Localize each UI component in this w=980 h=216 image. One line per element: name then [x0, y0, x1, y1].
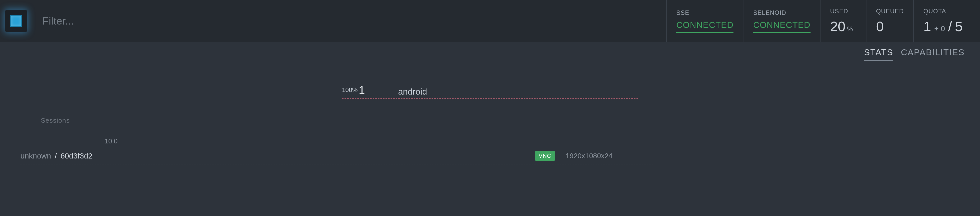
topbar: SSE CONNECTED SELENOID CONNECTED USED 20… — [0, 0, 980, 42]
app-logo[interactable] — [5, 10, 27, 32]
stat-sse-label: SSE — [676, 9, 733, 16]
session-row[interactable]: unknown / 60d3f3d2 VNC 1920x1080x24 — [21, 147, 653, 165]
vnc-badge[interactable]: VNC — [535, 151, 555, 161]
stat-quota-plus: + 0 — [934, 24, 945, 33]
stat-selenoid-label: SELENOID — [753, 9, 810, 16]
sessions-area: Sessions 10.0 unknown / 60d3f3d2 VNC 192… — [0, 117, 980, 165]
session-name: unknown / 60d3f3d2 — [21, 152, 92, 160]
app-logo-icon — [10, 15, 22, 27]
stat-quota-label: QUOTA — [923, 8, 963, 15]
sessions-heading: Sessions — [41, 117, 959, 125]
browser-count: 1 — [359, 84, 365, 97]
stat-used-value: 20 — [830, 18, 845, 34]
stat-queued-label: QUEUED — [876, 8, 904, 15]
stats-panel: SSE CONNECTED SELENOID CONNECTED USED 20… — [667, 0, 972, 42]
stat-selenoid: SELENOID CONNECTED — [743, 0, 820, 42]
browser-percent: 100% — [342, 86, 358, 94]
browser-name: android — [398, 86, 427, 97]
tab-stats[interactable]: STATS — [864, 47, 893, 61]
stat-sse: SSE CONNECTED — [667, 0, 743, 42]
session-resolution: 1920x1080x24 — [566, 152, 612, 160]
browser-row[interactable]: 100% 1 android — [342, 84, 638, 99]
stat-quota-total: 5 — [955, 18, 963, 34]
filter-input[interactable] — [42, 15, 667, 27]
stat-queued-value: 0 — [876, 18, 884, 34]
session-hash: 60d3f3d2 — [60, 152, 92, 160]
stat-quota-used: 1 — [923, 18, 931, 34]
stat-selenoid-value: CONNECTED — [753, 20, 810, 33]
sessions-version: 10.0 — [105, 137, 959, 145]
stat-used-label: USED — [830, 8, 856, 15]
session-sep: / — [55, 152, 57, 160]
tab-capabilities[interactable]: CAPABILITIES — [901, 47, 965, 61]
session-user: unknown — [21, 152, 51, 160]
stat-sse-value: CONNECTED — [676, 20, 733, 33]
stat-queued: QUEUED 0 — [866, 0, 914, 42]
stat-quota: QUOTA 1 + 0 / 5 — [913, 0, 972, 42]
stat-quota-slash: / — [948, 18, 952, 34]
stat-used-unit: % — [847, 25, 853, 33]
stat-used: USED 20 % — [820, 0, 866, 42]
tabs: STATS CAPABILITIES — [0, 42, 980, 61]
